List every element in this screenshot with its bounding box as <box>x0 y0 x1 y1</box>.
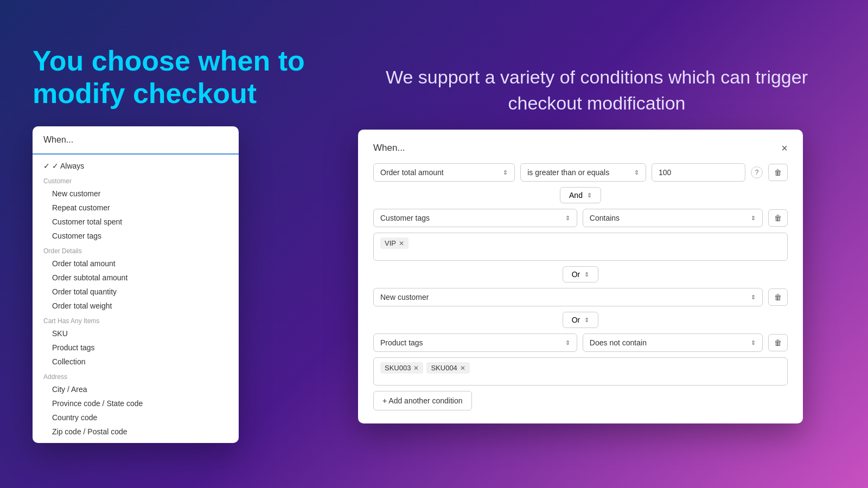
chevron-down-icon: ⇕ <box>503 169 508 176</box>
chevron-down-icon: ⇕ <box>751 294 756 301</box>
delete-condition-button[interactable]: 🗑 <box>768 164 788 181</box>
operator-select[interactable]: Does not contain⇕ <box>583 333 763 352</box>
close-button[interactable]: × <box>781 143 788 153</box>
value-field[interactable]: 100 <box>652 163 745 182</box>
dropdown-group-label: Customer <box>33 173 239 187</box>
tag-remove-button[interactable]: ✕ <box>399 240 404 247</box>
connector-value: Or <box>572 316 580 324</box>
field-select[interactable]: Product tags⇕ <box>373 333 577 352</box>
dropdown-group-label: Cart Has Any Items <box>33 313 239 326</box>
connector-row: Or⇕ <box>373 266 788 282</box>
dropdown-item[interactable]: SKU <box>33 326 239 341</box>
tag-label: VIP <box>385 239 396 247</box>
add-condition-button[interactable]: + Add another condition <box>373 391 472 410</box>
condition-block: Order total amount⇕is greater than or eq… <box>373 163 788 182</box>
connector-row: And⇕ <box>373 187 788 203</box>
delete-condition-button[interactable]: 🗑 <box>768 334 788 351</box>
connector-select[interactable]: Or⇕ <box>563 312 599 328</box>
modal-card: When... × Order total amount⇕is greater … <box>358 130 803 423</box>
connector-value: Or <box>572 270 580 279</box>
connector-select[interactable]: Or⇕ <box>563 266 599 282</box>
chevron-down-icon: ⇕ <box>565 215 570 222</box>
chevron-down-icon: ⇕ <box>565 339 570 346</box>
condition-row: Customer tags⇕Contains⇕🗑 <box>373 209 788 227</box>
dropdown-item[interactable]: Zip code / Postal code <box>33 425 239 439</box>
chevron-down-icon: ⇕ <box>751 339 756 346</box>
right-section: We support a variety of conditions which… <box>358 65 835 423</box>
tag-label: SKU004 <box>431 364 457 372</box>
condition-block: Customer tags⇕Contains⇕🗑VIP✕ <box>373 209 788 261</box>
tag-remove-button[interactable]: ✕ <box>413 364 419 372</box>
tag: SKU003✕ <box>380 362 423 374</box>
operator-value: Does not contain <box>590 338 647 347</box>
chevron-down-icon: ⇕ <box>634 169 639 176</box>
delete-condition-button[interactable]: 🗑 <box>768 209 788 227</box>
delete-condition-button[interactable]: 🗑 <box>768 288 788 306</box>
condition-block: Product tags⇕Does not contain⇕🗑SKU003✕SK… <box>373 333 788 386</box>
dropdown-item[interactable]: Repeat customer <box>33 201 239 215</box>
field-value: New customer <box>380 293 429 301</box>
dropdown-item[interactable]: Province code / State code <box>33 396 239 410</box>
add-condition-label: + Add another condition <box>382 396 463 405</box>
value-text: 100 <box>659 168 671 177</box>
connector-select[interactable]: And⇕ <box>560 187 601 203</box>
dropdown-header: When... <box>33 126 239 155</box>
condition-row: New customer⇕🗑 <box>373 288 788 306</box>
connector-value: And <box>569 191 583 200</box>
field-value: Product tags <box>380 338 423 347</box>
field-value: Order total amount <box>380 168 444 177</box>
operator-select[interactable]: is greater than or equals⇕ <box>520 163 646 182</box>
dropdown-group-label: Order Details <box>33 243 239 256</box>
modal-header: When... × <box>373 143 788 153</box>
dropdown-item[interactable]: Order total quantity <box>33 285 239 299</box>
condition-row: Order total amount⇕is greater than or eq… <box>373 163 788 182</box>
tag: VIP✕ <box>380 237 409 249</box>
chevron-down-icon: ⇕ <box>584 317 589 324</box>
tag-remove-button[interactable]: ✕ <box>460 364 465 372</box>
operator-select[interactable]: Contains⇕ <box>583 209 763 227</box>
dropdown-item[interactable]: Country code <box>33 410 239 425</box>
condition-row: Product tags⇕Does not contain⇕🗑 <box>373 333 788 352</box>
modal-title: When... <box>373 143 405 153</box>
connector-row: Or⇕ <box>373 312 788 328</box>
tag-label: SKU003 <box>385 364 411 372</box>
right-heading: We support a variety of conditions which… <box>358 65 835 116</box>
field-select[interactable]: New customer⇕ <box>373 288 763 306</box>
chevron-down-icon: ⇕ <box>751 215 756 222</box>
dropdown-item[interactable]: Customer tags <box>33 229 239 243</box>
dropdown-item[interactable]: Collection <box>33 355 239 369</box>
dropdown-list: ✓ AlwaysCustomerNew customerRepeat custo… <box>33 155 239 443</box>
page-container: You choose when to modify checkout When.… <box>0 0 868 488</box>
dropdown-item[interactable]: Order total weight <box>33 299 239 313</box>
chevron-down-icon: ⇕ <box>584 271 589 278</box>
dropdown-item[interactable]: City / Area <box>33 382 239 396</box>
info-icon[interactable]: ? <box>751 166 763 178</box>
left-section: You choose when to modify checkout When.… <box>33 45 315 443</box>
dropdown-item-always[interactable]: ✓ Always <box>33 159 239 173</box>
tag-input-area[interactable]: SKU003✕SKU004✕ <box>373 357 788 386</box>
conditions-container: Order total amount⇕is greater than or eq… <box>373 163 788 386</box>
operator-value: Contains <box>590 214 620 222</box>
tag: SKU004✕ <box>426 362 469 374</box>
left-heading: You choose when to modify checkout <box>33 45 315 110</box>
field-select[interactable]: Customer tags⇕ <box>373 209 577 227</box>
dropdown-item[interactable]: Order subtotal amount <box>33 271 239 285</box>
tag-input-area[interactable]: VIP✕ <box>373 233 788 261</box>
condition-block: New customer⇕🗑 <box>373 288 788 306</box>
dropdown-item[interactable]: Product tags <box>33 341 239 355</box>
field-select[interactable]: Order total amount⇕ <box>373 163 515 182</box>
dropdown-item[interactable]: New customer <box>33 187 239 201</box>
field-value: Customer tags <box>380 214 430 222</box>
dropdown-card: When... ✓ AlwaysCustomerNew customerRepe… <box>33 126 239 443</box>
dropdown-item[interactable]: Customer total spent <box>33 215 239 229</box>
dropdown-item[interactable]: Order total amount <box>33 256 239 271</box>
operator-value: is greater than or equals <box>527 168 609 177</box>
dropdown-group-label: Address <box>33 369 239 382</box>
chevron-down-icon: ⇕ <box>587 192 592 199</box>
